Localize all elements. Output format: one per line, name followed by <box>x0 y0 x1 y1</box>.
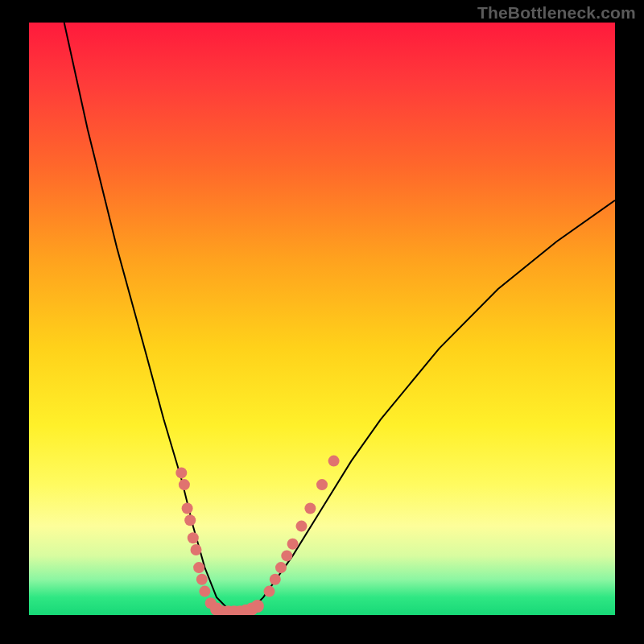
data-marker <box>264 586 275 597</box>
chart-frame: TheBottleneck.com <box>0 0 644 644</box>
data-marker <box>251 600 264 613</box>
data-marker <box>182 503 193 514</box>
bottleneck-curve <box>29 23 615 615</box>
data-marker <box>196 574 208 585</box>
watermark-text: TheBottleneck.com <box>477 3 636 23</box>
curve-path <box>64 23 615 615</box>
data-marker <box>191 544 202 555</box>
data-marker <box>316 479 328 490</box>
plot-area <box>29 23 615 615</box>
data-marker <box>287 539 299 550</box>
data-marker <box>199 586 210 597</box>
data-marker <box>270 574 281 585</box>
data-marker <box>328 456 340 467</box>
data-marker <box>281 550 292 561</box>
data-marker <box>304 503 316 514</box>
data-marker <box>188 532 199 543</box>
data-marker <box>193 562 204 573</box>
data-marker <box>179 479 190 490</box>
data-marker <box>275 562 287 573</box>
data-marker <box>184 514 196 526</box>
data-marker <box>175 467 187 478</box>
data-marker <box>296 521 308 532</box>
